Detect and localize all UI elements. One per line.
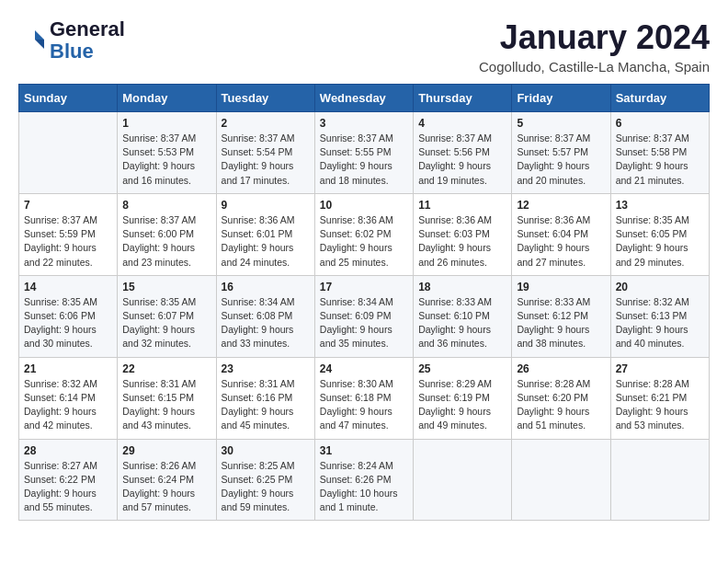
day-number: 28 [24,444,112,457]
calendar-cell [512,439,610,521]
calendar-cell: 20Sunrise: 8:32 AM Sunset: 6:13 PM Dayli… [610,275,709,357]
calendar-cell: 11Sunrise: 8:36 AM Sunset: 6:03 PM Dayli… [414,193,512,275]
cell-content: Sunrise: 8:35 AM Sunset: 6:05 PM Dayligh… [616,213,704,270]
day-number: 1 [122,117,210,130]
cell-content: Sunrise: 8:31 AM Sunset: 6:16 PM Dayligh… [222,377,310,433]
cell-content: Sunrise: 8:32 AM Sunset: 6:14 PM Dayligh… [24,377,112,433]
column-header-saturday: Saturday [610,85,709,112]
week-row-2: 7Sunrise: 8:37 AM Sunset: 5:59 PM Daylig… [19,193,710,275]
day-number: 29 [122,444,210,457]
day-number: 23 [222,362,310,375]
cell-content: Sunrise: 8:36 AM Sunset: 6:02 PM Dayligh… [320,213,408,270]
day-number: 27 [616,362,704,375]
week-row-3: 14Sunrise: 8:35 AM Sunset: 6:06 PM Dayli… [19,275,710,357]
cell-content: Sunrise: 8:37 AM Sunset: 5:58 PM Dayligh… [616,132,704,188]
cell-content: Sunrise: 8:37 AM Sunset: 6:00 PM Dayligh… [122,213,210,270]
calendar-header-row: SundayMondayTuesdayWednesdayThursdayFrid… [19,85,710,112]
logo-icon [18,27,46,54]
calendar-cell [414,439,512,521]
day-number: 18 [418,281,506,293]
cell-content: Sunrise: 8:34 AM Sunset: 6:08 PM Dayligh… [222,295,310,351]
calendar-cell: 23Sunrise: 8:31 AM Sunset: 6:16 PM Dayli… [216,357,314,439]
day-number: 21 [24,362,112,375]
day-number: 6 [616,117,704,130]
calendar-cell: 3Sunrise: 8:37 AM Sunset: 5:55 PM Daylig… [314,112,413,194]
calendar-cell: 6Sunrise: 8:37 AM Sunset: 5:58 PM Daylig… [610,112,709,194]
day-number: 16 [222,281,310,293]
calendar-cell: 4Sunrise: 8:37 AM Sunset: 5:56 PM Daylig… [414,112,512,194]
column-header-sunday: Sunday [19,85,118,112]
day-number: 14 [24,281,112,293]
column-header-friday: Friday [512,85,610,112]
week-row-1: 1Sunrise: 8:37 AM Sunset: 5:53 PM Daylig… [19,112,710,194]
cell-content: Sunrise: 8:35 AM Sunset: 6:07 PM Dayligh… [122,295,210,351]
calendar-cell: 28Sunrise: 8:27 AM Sunset: 6:22 PM Dayli… [19,439,118,521]
cell-content: Sunrise: 8:32 AM Sunset: 6:13 PM Dayligh… [616,295,704,351]
cell-content: Sunrise: 8:31 AM Sunset: 6:15 PM Dayligh… [122,377,210,433]
page-header: General Blue January 2024 Cogolludo, Cas… [18,18,710,75]
cell-content: Sunrise: 8:33 AM Sunset: 6:10 PM Dayligh… [418,295,506,351]
calendar-cell: 27Sunrise: 8:28 AM Sunset: 6:21 PM Dayli… [610,357,709,439]
column-header-monday: Monday [118,85,216,112]
cell-content: Sunrise: 8:33 AM Sunset: 6:12 PM Dayligh… [517,295,605,351]
calendar-cell: 29Sunrise: 8:26 AM Sunset: 6:24 PM Dayli… [118,439,216,521]
month-title: January 2024 [479,18,710,57]
cell-content: Sunrise: 8:37 AM Sunset: 5:55 PM Dayligh… [320,132,408,188]
week-row-5: 28Sunrise: 8:27 AM Sunset: 6:22 PM Dayli… [19,439,710,521]
title-block: January 2024 Cogolludo, Castille-La Manc… [479,18,710,75]
calendar-cell: 18Sunrise: 8:33 AM Sunset: 6:10 PM Dayli… [414,275,512,357]
day-number: 25 [418,362,506,375]
day-number: 9 [222,199,310,212]
cell-content: Sunrise: 8:36 AM Sunset: 6:01 PM Dayligh… [222,213,310,270]
cell-content: Sunrise: 8:28 AM Sunset: 6:21 PM Dayligh… [616,377,704,433]
calendar-cell: 24Sunrise: 8:30 AM Sunset: 6:18 PM Dayli… [314,357,413,439]
day-number: 22 [122,362,210,375]
day-number: 8 [122,199,210,212]
calendar-cell: 31Sunrise: 8:24 AM Sunset: 6:26 PM Dayli… [314,439,413,521]
calendar-cell: 9Sunrise: 8:36 AM Sunset: 6:01 PM Daylig… [216,193,314,275]
calendar-cell: 15Sunrise: 8:35 AM Sunset: 6:07 PM Dayli… [118,275,216,357]
calendar-table: SundayMondayTuesdayWednesdayThursdayFrid… [18,84,710,521]
cell-content: Sunrise: 8:34 AM Sunset: 6:09 PM Dayligh… [320,295,408,351]
logo: General Blue [18,18,125,63]
calendar-cell: 12Sunrise: 8:36 AM Sunset: 6:04 PM Dayli… [512,193,610,275]
day-number: 4 [418,117,506,130]
calendar-cell: 25Sunrise: 8:29 AM Sunset: 6:19 PM Dayli… [414,357,512,439]
day-number: 7 [24,199,112,212]
cell-content: Sunrise: 8:30 AM Sunset: 6:18 PM Dayligh… [320,377,408,433]
week-row-4: 21Sunrise: 8:32 AM Sunset: 6:14 PM Dayli… [19,357,710,439]
cell-content: Sunrise: 8:37 AM Sunset: 5:56 PM Dayligh… [418,132,506,188]
calendar-cell: 19Sunrise: 8:33 AM Sunset: 6:12 PM Dayli… [512,275,610,357]
day-number: 12 [517,199,605,212]
day-number: 17 [320,281,408,293]
cell-content: Sunrise: 8:25 AM Sunset: 6:25 PM Dayligh… [222,459,310,515]
day-number: 20 [616,281,704,293]
svg-marker-0 [35,30,44,40]
column-header-thursday: Thursday [414,85,512,112]
calendar-cell: 8Sunrise: 8:37 AM Sunset: 6:00 PM Daylig… [118,193,216,275]
day-number: 2 [222,117,310,130]
day-number: 30 [222,444,310,457]
column-header-wednesday: Wednesday [314,85,413,112]
location-subtitle: Cogolludo, Castille-La Mancha, Spain [479,59,710,75]
cell-content: Sunrise: 8:26 AM Sunset: 6:24 PM Dayligh… [122,459,210,515]
cell-content: Sunrise: 8:24 AM Sunset: 6:26 PM Dayligh… [320,459,408,515]
day-number: 31 [320,444,408,457]
day-number: 5 [517,117,605,130]
cell-content: Sunrise: 8:35 AM Sunset: 6:06 PM Dayligh… [24,295,112,351]
day-number: 26 [517,362,605,375]
cell-content: Sunrise: 8:37 AM Sunset: 5:54 PM Dayligh… [222,132,310,188]
cell-content: Sunrise: 8:36 AM Sunset: 6:03 PM Dayligh… [418,213,506,270]
calendar-cell: 14Sunrise: 8:35 AM Sunset: 6:06 PM Dayli… [19,275,118,357]
calendar-cell: 22Sunrise: 8:31 AM Sunset: 6:15 PM Dayli… [118,357,216,439]
calendar-cell: 10Sunrise: 8:36 AM Sunset: 6:02 PM Dayli… [314,193,413,275]
day-number: 10 [320,199,408,212]
calendar-cell: 17Sunrise: 8:34 AM Sunset: 6:09 PM Dayli… [314,275,413,357]
calendar-cell: 26Sunrise: 8:28 AM Sunset: 6:20 PM Dayli… [512,357,610,439]
calendar-cell: 21Sunrise: 8:32 AM Sunset: 6:14 PM Dayli… [19,357,118,439]
cell-content: Sunrise: 8:36 AM Sunset: 6:04 PM Dayligh… [517,213,605,270]
calendar-cell: 1Sunrise: 8:37 AM Sunset: 5:53 PM Daylig… [118,112,216,194]
svg-marker-1 [35,40,44,49]
cell-content: Sunrise: 8:27 AM Sunset: 6:22 PM Dayligh… [24,459,112,515]
calendar-body: 1Sunrise: 8:37 AM Sunset: 5:53 PM Daylig… [19,112,710,521]
